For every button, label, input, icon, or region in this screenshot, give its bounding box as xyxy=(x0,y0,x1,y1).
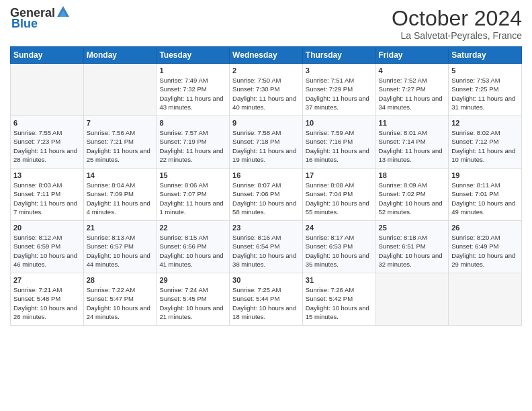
day-number: 14 xyxy=(87,171,154,179)
calendar-cell: 30Sunrise: 7:25 AMSunset: 5:44 PMDayligh… xyxy=(230,273,303,326)
calendar-cell: 15Sunrise: 8:06 AMSunset: 7:07 PMDayligh… xyxy=(157,169,230,221)
calendar-cell: 22Sunrise: 8:15 AMSunset: 6:56 PMDayligh… xyxy=(157,221,230,273)
logo-icon xyxy=(56,5,71,19)
day-header-tuesday: Tuesday xyxy=(157,47,230,64)
cell-content: Sunrise: 7:50 AMSunset: 7:30 PMDaylight:… xyxy=(232,76,300,111)
cell-content: Sunrise: 7:21 AMSunset: 5:48 PMDaylight:… xyxy=(13,285,81,321)
header: General Blue October 2024 La Salvetat-Pe… xyxy=(10,7,522,41)
cell-content: Sunrise: 8:13 AMSunset: 6:57 PMDaylight:… xyxy=(87,233,154,269)
calendar-cell: 28Sunrise: 7:22 AMSunset: 5:47 PMDayligh… xyxy=(83,273,157,326)
day-number: 29 xyxy=(159,276,226,284)
cell-content: Sunrise: 8:12 AMSunset: 6:59 PMDaylight:… xyxy=(13,233,81,269)
calendar-cell: 10Sunrise: 7:59 AMSunset: 7:16 PMDayligh… xyxy=(302,116,375,169)
cell-content: Sunrise: 7:58 AMSunset: 7:18 PMDaylight:… xyxy=(232,128,300,164)
day-number: 22 xyxy=(159,224,226,232)
cell-content: Sunrise: 8:07 AMSunset: 7:06 PMDaylight:… xyxy=(232,181,300,216)
cell-content: Sunrise: 7:24 AMSunset: 5:45 PMDaylight:… xyxy=(159,285,226,321)
cell-content: Sunrise: 7:55 AMSunset: 7:23 PMDaylight:… xyxy=(13,128,81,164)
day-number: 7 xyxy=(87,119,154,127)
cell-content: Sunrise: 8:15 AMSunset: 6:56 PMDaylight:… xyxy=(159,233,226,269)
cell-content: Sunrise: 8:04 AMSunset: 7:09 PMDaylight:… xyxy=(87,181,154,216)
calendar-cell xyxy=(375,273,449,326)
calendar-cell: 16Sunrise: 8:07 AMSunset: 7:06 PMDayligh… xyxy=(230,169,303,221)
day-number: 16 xyxy=(232,171,300,179)
month-title: October 2024 xyxy=(392,7,522,30)
day-number: 24 xyxy=(306,224,373,232)
cell-content: Sunrise: 8:18 AMSunset: 6:51 PMDaylight:… xyxy=(379,233,446,269)
calendar-cell: 4Sunrise: 7:52 AMSunset: 7:27 PMDaylight… xyxy=(375,64,449,116)
day-number: 1 xyxy=(159,66,226,75)
day-number: 26 xyxy=(451,224,519,232)
day-number: 31 xyxy=(306,276,373,284)
day-number: 5 xyxy=(451,66,519,75)
calendar-cell: 31Sunrise: 7:26 AMSunset: 5:42 PMDayligh… xyxy=(302,273,375,326)
calendar-cell: 3Sunrise: 7:51 AMSunset: 7:29 PMDaylight… xyxy=(302,64,375,116)
calendar-cell: 8Sunrise: 7:57 AMSunset: 7:19 PMDaylight… xyxy=(157,116,230,169)
day-number: 23 xyxy=(232,224,300,232)
day-header-monday: Monday xyxy=(83,47,157,64)
calendar-cell: 2Sunrise: 7:50 AMSunset: 7:30 PMDaylight… xyxy=(230,64,303,116)
cell-content: Sunrise: 8:20 AMSunset: 6:49 PMDaylight:… xyxy=(451,233,519,269)
cell-content: Sunrise: 7:49 AMSunset: 7:32 PMDaylight:… xyxy=(159,76,226,111)
day-number: 28 xyxy=(87,276,154,284)
cell-content: Sunrise: 7:53 AMSunset: 7:25 PMDaylight:… xyxy=(451,76,519,111)
cell-content: Sunrise: 7:25 AMSunset: 5:44 PMDaylight:… xyxy=(232,285,300,321)
calendar-cell: 1Sunrise: 7:49 AMSunset: 7:32 PMDaylight… xyxy=(157,64,230,116)
calendar-week-1: 1Sunrise: 7:49 AMSunset: 7:32 PMDaylight… xyxy=(11,64,522,116)
day-number: 3 xyxy=(306,66,373,75)
day-number: 17 xyxy=(306,171,373,179)
calendar-cell: 25Sunrise: 8:18 AMSunset: 6:51 PMDayligh… xyxy=(375,221,449,273)
calendar-cell: 29Sunrise: 7:24 AMSunset: 5:45 PMDayligh… xyxy=(157,273,230,326)
calendar-table: SundayMondayTuesdayWednesdayThursdayFrid… xyxy=(10,46,522,326)
calendar-cell xyxy=(11,64,84,116)
cell-content: Sunrise: 7:52 AMSunset: 7:27 PMDaylight:… xyxy=(379,76,446,111)
calendar-cell: 9Sunrise: 7:58 AMSunset: 7:18 PMDaylight… xyxy=(230,116,303,169)
cell-content: Sunrise: 8:03 AMSunset: 7:11 PMDaylight:… xyxy=(13,181,81,216)
calendar-cell: 19Sunrise: 8:11 AMSunset: 7:01 PMDayligh… xyxy=(449,169,522,221)
calendar-cell: 26Sunrise: 8:20 AMSunset: 6:49 PMDayligh… xyxy=(449,221,522,273)
calendar-cell: 5Sunrise: 7:53 AMSunset: 7:25 PMDaylight… xyxy=(449,64,522,116)
calendar-cell: 20Sunrise: 8:12 AMSunset: 6:59 PMDayligh… xyxy=(11,221,84,273)
day-header-sunday: Sunday xyxy=(11,47,84,64)
calendar-cell xyxy=(83,64,157,116)
calendar-cell: 6Sunrise: 7:55 AMSunset: 7:23 PMDaylight… xyxy=(11,116,84,169)
calendar-cell: 27Sunrise: 7:21 AMSunset: 5:48 PMDayligh… xyxy=(11,273,84,326)
cell-content: Sunrise: 7:26 AMSunset: 5:42 PMDaylight:… xyxy=(306,285,373,321)
day-number: 18 xyxy=(379,171,446,179)
logo-blue-text: Blue xyxy=(11,17,38,31)
cell-content: Sunrise: 7:57 AMSunset: 7:19 PMDaylight:… xyxy=(159,128,226,164)
day-header-friday: Friday xyxy=(375,47,449,64)
calendar-cell: 13Sunrise: 8:03 AMSunset: 7:11 PMDayligh… xyxy=(11,169,84,221)
day-number: 9 xyxy=(232,119,300,127)
calendar-cell: 23Sunrise: 8:16 AMSunset: 6:54 PMDayligh… xyxy=(230,221,303,273)
cell-content: Sunrise: 8:17 AMSunset: 6:53 PMDaylight:… xyxy=(306,233,373,269)
cell-content: Sunrise: 8:06 AMSunset: 7:07 PMDaylight:… xyxy=(159,181,226,216)
day-number: 6 xyxy=(13,119,81,127)
day-header-thursday: Thursday xyxy=(302,47,375,64)
calendar-week-2: 6Sunrise: 7:55 AMSunset: 7:23 PMDaylight… xyxy=(11,116,522,169)
cell-content: Sunrise: 8:01 AMSunset: 7:14 PMDaylight:… xyxy=(379,128,446,164)
calendar-cell: 18Sunrise: 8:09 AMSunset: 7:02 PMDayligh… xyxy=(375,169,449,221)
calendar-cell: 14Sunrise: 8:04 AMSunset: 7:09 PMDayligh… xyxy=(83,169,157,221)
calendar-cell: 12Sunrise: 8:02 AMSunset: 7:12 PMDayligh… xyxy=(449,116,522,169)
cell-content: Sunrise: 8:02 AMSunset: 7:12 PMDaylight:… xyxy=(451,128,519,164)
page: General Blue October 2024 La Salvetat-Pe… xyxy=(0,0,532,411)
day-number: 13 xyxy=(13,171,81,179)
day-number: 12 xyxy=(451,119,519,127)
location: La Salvetat-Peyrales, France xyxy=(392,30,522,41)
cell-content: Sunrise: 7:51 AMSunset: 7:29 PMDaylight:… xyxy=(306,76,373,111)
cell-content: Sunrise: 8:09 AMSunset: 7:02 PMDaylight:… xyxy=(379,181,446,216)
day-number: 20 xyxy=(13,224,81,232)
cell-content: Sunrise: 8:16 AMSunset: 6:54 PMDaylight:… xyxy=(232,233,300,269)
cell-content: Sunrise: 7:59 AMSunset: 7:16 PMDaylight:… xyxy=(306,128,373,164)
cell-content: Sunrise: 7:56 AMSunset: 7:21 PMDaylight:… xyxy=(87,128,154,164)
calendar-cell: 24Sunrise: 8:17 AMSunset: 6:53 PMDayligh… xyxy=(302,221,375,273)
day-number: 21 xyxy=(87,224,154,232)
day-number: 8 xyxy=(159,119,226,127)
day-number: 4 xyxy=(379,66,446,75)
day-number: 10 xyxy=(306,119,373,127)
day-number: 2 xyxy=(232,66,300,75)
calendar-week-4: 20Sunrise: 8:12 AMSunset: 6:59 PMDayligh… xyxy=(11,221,522,273)
calendar-cell: 17Sunrise: 8:08 AMSunset: 7:04 PMDayligh… xyxy=(302,169,375,221)
cell-content: Sunrise: 8:11 AMSunset: 7:01 PMDaylight:… xyxy=(451,181,519,216)
